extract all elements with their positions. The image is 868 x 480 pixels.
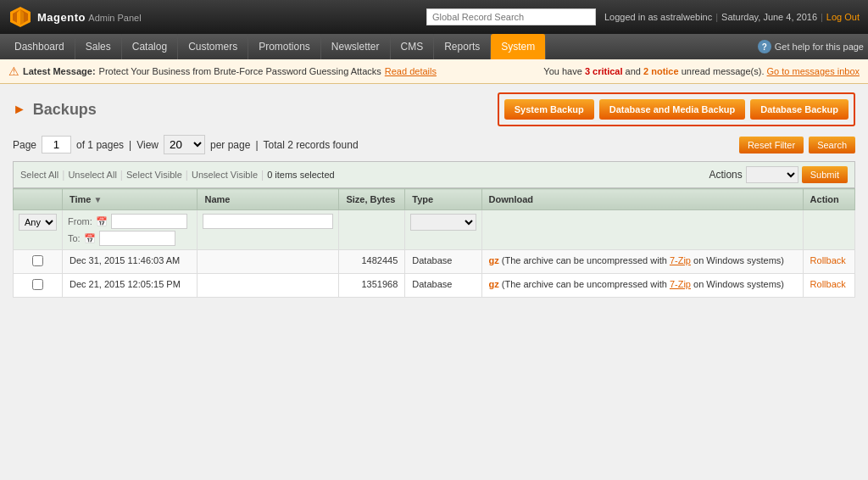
search-button[interactable]: Search [809,137,855,153]
message-right: You have 3 critical and 2 notice unread … [543,66,860,76]
logout-link[interactable]: Log Out [826,12,860,22]
col-size: Size, Bytes [339,189,405,210]
separator1: | [715,12,718,22]
main-nav: Dashboard Sales Catalog Customers Promot… [0,34,868,59]
nav-newsletter[interactable]: Newsletter [321,34,391,59]
page-title: Backups [33,101,97,119]
row2-action-cell: Rollback [803,274,854,298]
row2-download-suffix: on Windows systems) [693,279,784,289]
filter-action-cell [803,210,854,250]
filter-checkbox-cell: Any Yes No [14,210,63,250]
select-all-link[interactable]: Select All [20,170,58,180]
pagination-bar: Page of 1 pages | View 20 50 100 200 per… [13,135,855,154]
content-area: ► Backups System Backup Database and Med… [0,84,868,306]
inbox-link[interactable]: Go to messages inbox [767,66,860,76]
row2-zip-link[interactable]: 7-Zip [670,279,691,289]
nav-dashboard[interactable]: Dashboard [4,34,75,59]
message-text: Protect Your Business from Brute-Force P… [99,66,381,76]
from-label: From: [68,216,92,226]
row2-size: 1351968 [361,279,398,289]
unselect-visible-link[interactable]: Unselect Visible [192,170,258,180]
nav-promotions[interactable]: Promotions [248,34,321,59]
table-row: Dec 21, 2015 12:05:15 PM 1351968 Databas… [14,274,855,298]
critical-count: 3 critical [585,66,623,76]
selected-count: 0 items selected [267,170,334,180]
filter-size-cell [339,210,405,250]
row1-size: 1482445 [361,255,398,265]
filter-to-row: To: 📅 [68,231,192,246]
from-calendar-icon[interactable]: 📅 [96,216,108,227]
nav-system[interactable]: System [491,34,546,59]
row1-download-link[interactable]: gz [489,255,499,265]
actions-select[interactable]: Delete [746,166,798,183]
magento-logo-icon [8,5,32,29]
message-bar: ⚠ Latest Message: Protect Your Business … [0,59,868,84]
row1-type-cell: Database [405,250,481,274]
col-checkbox [14,189,63,210]
row2-rollback-link[interactable]: Rollback [810,279,846,289]
any-select[interactable]: Any Yes No [19,214,57,231]
per-page-select[interactable]: 20 50 100 200 [164,135,205,154]
date-info: Saturday, June 4, 2016 [721,12,817,22]
db-media-backup-button[interactable]: Database and Media Backup [599,99,746,120]
system-backup-button[interactable]: System Backup [504,99,594,120]
help-label: Get help for this page [775,42,864,52]
col-download-label: Download [489,194,534,204]
separator: | [129,139,131,151]
row2-download-cell: gz (The archive can be uncompressed with… [481,274,803,298]
filter-from-row: From: 📅 [68,214,192,229]
select-bar: Select All | Unselect All | Select Visib… [13,161,855,188]
nav-reports[interactable]: Reports [434,34,491,59]
sort-arrow-icon: ▼ [94,195,103,204]
row1-rollback-link[interactable]: Rollback [810,255,846,265]
row1-download-cell: gz (The archive can be uncompressed with… [481,250,803,274]
filter-download-cell [481,210,803,250]
global-search-input[interactable] [426,8,596,25]
col-time[interactable]: Time ▼ [63,189,198,210]
filter-time-cell: From: 📅 To: 📅 [63,210,198,250]
db-backup-button[interactable]: Database Backup [750,99,849,120]
unselect-all-link[interactable]: Unselect All [68,170,116,180]
col-time-label: Time [70,194,91,204]
nav-cms[interactable]: CMS [391,34,435,59]
from-date-input[interactable] [111,214,187,229]
row2-time-cell: Dec 21, 2015 12:05:15 PM [63,274,198,298]
to-date-input[interactable] [99,231,175,246]
to-label: To: [68,233,81,243]
nav-customers[interactable]: Customers [178,34,248,59]
row1-zip-link[interactable]: 7-Zip [670,255,691,265]
row1-time-cell: Dec 31, 2015 11:46:03 AM [63,250,198,274]
pagination-right: Reset Filter Search [739,137,855,153]
nav-right: ? Get help for this page [758,34,864,59]
filter-name-cell [198,210,339,250]
row2-checkbox[interactable] [32,279,43,290]
submit-button[interactable]: Submit [802,166,848,183]
help-link[interactable]: ? Get help for this page [758,40,864,53]
row1-checkbox[interactable] [32,255,43,266]
page-input[interactable] [42,136,71,153]
sep3: | [186,169,188,181]
row1-download-note: (The archive can be uncompressed with [502,255,670,265]
backups-table: Time ▼ Name Size, Bytes Type Download Ac… [13,188,855,298]
header-search-area [426,8,596,25]
row2-download-link[interactable]: gz [489,279,499,289]
nav-catalog[interactable]: Catalog [122,34,178,59]
backup-buttons-group: System Backup Database and Media Backup … [498,92,855,126]
read-details-link[interactable]: Read details [385,66,437,76]
sep2: | [120,169,123,181]
select-visible-link[interactable]: Select Visible [126,170,182,180]
total-records: Total 2 records found [264,139,359,151]
page-title-area: ► Backups [13,101,97,119]
type-filter-select[interactable]: Database Media Snapshot Full [410,214,476,231]
col-download: Download [481,189,803,210]
nav-sales[interactable]: Sales [75,34,122,59]
name-filter-input[interactable] [203,214,333,229]
row1-type: Database [412,255,452,265]
row1-time: Dec 31, 2015 11:46:03 AM [70,255,180,265]
to-calendar-icon[interactable]: 📅 [84,233,96,244]
logo: Magento Admin Panel [8,5,142,29]
reset-filter-button[interactable]: Reset Filter [739,137,804,153]
actions-label: Actions [709,169,742,181]
col-name: Name [198,189,339,210]
right-text-1: You have [543,66,581,76]
